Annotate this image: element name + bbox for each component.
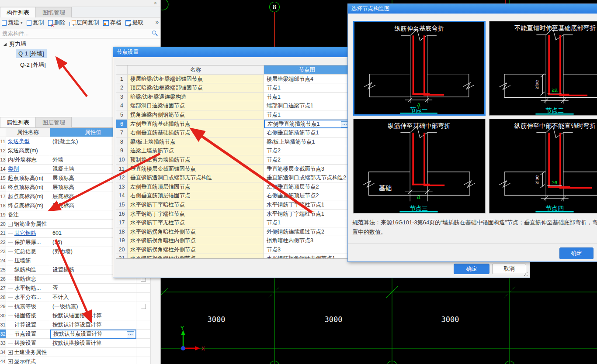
node-row[interactable]: 6 左侧垂直筋基础插筋节点 左侧垂直筋插筋节点1 ⋯ <box>116 120 351 129</box>
toolbar-overflow-icon[interactable]: » <box>156 19 158 25</box>
cancel-button[interactable]: 取消 <box>492 264 526 274</box>
tab-drawing-manage[interactable]: 图纸管理 <box>36 7 72 17</box>
node-value-cell[interactable]: 节点1 <box>264 93 351 102</box>
property-value-cell[interactable] <box>50 357 136 364</box>
property-value-cell[interactable]: 否 <box>50 284 136 293</box>
node-value-cell[interactable]: 节点1 <box>264 110 351 120</box>
floor-copy-button[interactable]: 层间复制 <box>69 19 99 27</box>
tab-component-list[interactable]: 构件列表 <box>0 7 36 17</box>
archive-button[interactable]: 存档 <box>103 19 121 27</box>
group-toggle-icon[interactable]: + <box>8 350 13 355</box>
node-value-cell[interactable]: 拐角暗柱内侧节点3 <box>264 236 351 245</box>
node-row[interactable]: 4 端部洞口连梁锚固节点 端部洞口连梁节点1 <box>116 101 351 110</box>
property-value-cell[interactable]: 按默认锚固搭接计算 <box>50 311 136 320</box>
node-option-4[interactable]: 纵筋伸至中部不能直锚时弯折 ≥lae ≥a 节点四 <box>489 119 597 213</box>
search-input[interactable]: 搜索构件... <box>0 29 160 38</box>
node-row[interactable]: 7 右侧垂直筋基础插筋节点 右侧垂直筋插筋节点1 <box>116 128 351 137</box>
search-icon[interactable] <box>152 31 156 34</box>
node-value-cell[interactable]: 右侧垂直筋顶层节点2 <box>264 191 351 200</box>
node-name[interactable]: 顶层暗梁/边框梁端部锚固节点 <box>128 83 264 93</box>
node-value-cell[interactable]: 节点2 <box>264 146 351 155</box>
tree-item-q2[interactable]: Q-2 [外墙] <box>17 61 49 69</box>
node-row[interactable]: 16 水平钢筋丁字端柱节点 水平钢筋丁字端柱节点1 <box>116 209 351 219</box>
node-name[interactable]: 暗梁/边框梁遇连梁构造 <box>128 93 264 102</box>
node-value-cell[interactable]: 端部洞口连梁节点1 <box>264 101 351 110</box>
node-name[interactable]: 连梁上墙插筋节点 <box>128 146 264 155</box>
node-name[interactable]: 水平钢筋拐角暗柱外侧节点 <box>128 227 264 237</box>
node-name[interactable]: 水平钢筋拐角端柱内侧节点 <box>128 254 264 259</box>
node-value-cell[interactable]: 左侧垂直筋顶层节点2 <box>264 182 351 192</box>
node-value-cell[interactable]: 水平钢筋丁字端柱节点1 <box>264 209 351 219</box>
ok-button[interactable]: 确定 <box>454 264 489 274</box>
node-name[interactable]: 垂直钢筋遇洞口或端部无节点构造 <box>128 173 264 182</box>
node-row[interactable]: 21 水平钢筋拐角端柱内侧节点 水平钢筋拐角端柱内侧节点1 <box>116 254 351 259</box>
group-toggle-icon[interactable]: + <box>8 359 13 364</box>
node-name[interactable]: 拐角连梁内侧钢筋节点 <box>128 110 264 120</box>
property-value-cell[interactable] <box>50 348 136 357</box>
node-row[interactable]: 12 垂直钢筋遇洞口或端部无节点构造 垂直筋遇洞口或端部无节点构造2 <box>116 173 351 182</box>
col-header-name[interactable]: 属性名称 <box>6 128 50 137</box>
close-icon[interactable]: × <box>154 0 157 6</box>
node-name[interactable]: 水平钢筋丁字无柱节点 <box>128 218 264 227</box>
node-name[interactable]: 预制墙上剪力墙插筋节点 <box>128 155 264 165</box>
node-name[interactable]: 楼层暗梁/边框梁端部锚固节点 <box>128 75 264 84</box>
property-value-cell[interactable]: 按默认节点设置计算 ⋯ <box>50 330 136 339</box>
property-value-cell[interactable]: 不计入 <box>50 293 136 302</box>
node-row[interactable]: 15 水平钢筋丁字暗柱节点 水平钢筋丁字暗柱节点1 <box>116 200 351 209</box>
tab-layer-manage[interactable]: 图层管理 <box>36 117 72 127</box>
delete-button[interactable]: 删除 <box>48 19 66 27</box>
node-name[interactable]: 梁/板上墙插筋节点 <box>128 137 264 147</box>
tree-node-shearwall[interactable]: 剪力墙 <box>3 40 26 48</box>
node-value-cell[interactable]: 楼层暗梁端部节点4 <box>264 75 351 84</box>
ok-button[interactable]: 确定 <box>559 247 594 259</box>
node-value-cell[interactable]: 左侧垂直筋插筋节点1 ⋯ <box>264 120 351 129</box>
node-name[interactable]: 水平钢筋拐角暗柱内侧节点 <box>128 236 264 245</box>
tree-expand-icon[interactable] <box>3 43 7 46</box>
node-value-cell[interactable]: 节点3 <box>264 245 351 254</box>
checkbox[interactable] <box>141 304 146 309</box>
node-value-cell[interactable]: 节点1 <box>264 218 351 227</box>
node-name[interactable]: 水平钢筋丁字端柱节点 <box>128 209 264 219</box>
col-header-nodegraph[interactable]: 节点图 <box>264 65 351 75</box>
node-row[interactable]: 20 水平钢筋拐角端柱外侧节点 节点3 <box>116 245 351 254</box>
node-row[interactable]: 9 连梁上墙插筋节点 节点2 <box>116 146 351 155</box>
col-header-name[interactable]: 名称 <box>128 65 264 75</box>
node-name[interactable]: 水平钢筋丁字暗柱节点 <box>128 200 264 209</box>
tab-property-list[interactable]: 属性列表 <box>0 117 36 127</box>
node-row[interactable]: 19 水平钢筋拐角暗柱内侧节点 拐角暗柱内侧节点3 <box>116 236 351 245</box>
node-value-cell[interactable]: 梁/板上墙插筋节点1 <box>264 137 351 147</box>
copy-button[interactable]: 复制 <box>27 19 44 27</box>
property-value-cell[interactable]: (一级抗震) <box>50 302 136 311</box>
node-row[interactable]: 3 暗梁/边框梁遇连梁构造 节点1 <box>116 93 351 102</box>
node-value-cell[interactable]: 节点2 <box>264 155 351 165</box>
tree-item-q1[interactable]: Q-1 [外墙] <box>16 49 47 58</box>
node-row[interactable]: 11 垂直筋楼层变截面锚固节点 垂直筋楼层变截面节点3 <box>116 165 351 174</box>
node-name[interactable]: 右侧垂直筋顶层锚固节点 <box>128 191 264 200</box>
node-value-cell[interactable]: 垂直筋遇洞口或端部无节点构造2 <box>264 173 351 182</box>
node-row[interactable]: 17 水平钢筋丁字无柱节点 节点1 <box>116 218 351 227</box>
property-value-cell[interactable]: 按默认搭接设置计算 <box>50 339 136 348</box>
node-row[interactable]: 8 梁/板上墙插筋节点 梁/板上墙插筋节点1 <box>116 137 351 147</box>
node-value-cell[interactable]: 右侧垂直筋插筋节点1 <box>264 128 351 137</box>
node-name[interactable]: 垂直筋楼层变截面锚固节点 <box>128 165 264 174</box>
ellipsis-button[interactable]: ⋯ <box>127 331 134 337</box>
extract-button[interactable]: 提取 <box>125 19 144 27</box>
chevron-down-icon[interactable]: ▾ <box>21 21 23 25</box>
node-row[interactable]: 2 顶层暗梁/边框梁端部锚固节点 节点1 <box>116 83 351 93</box>
node-value-cell[interactable]: 水平钢筋丁字暗柱节点1 <box>264 200 351 209</box>
node-row[interactable]: 1 楼层暗梁/边框梁端部锚固节点 楼层暗梁端部节点4 <box>116 75 351 84</box>
property-value-cell[interactable]: 按默认计算设置计算 <box>50 320 136 330</box>
node-option-2[interactable]: 不能直锚时伸至基础底部弯折 ≥lae ≥a 节点二 <box>489 21 597 116</box>
node-row[interactable]: 5 拐角连梁内侧钢筋节点 节点1 <box>116 110 351 120</box>
new-button[interactable]: 新建▾ <box>2 19 23 27</box>
node-row[interactable]: 18 水平钢筋拐角暗柱外侧节点 外侧钢筋连续通过节点2 <box>116 227 351 237</box>
node-row[interactable]: 14 右侧垂直筋顶层锚固节点 右侧垂直筋顶层节点2 <box>116 191 351 200</box>
node-value-cell[interactable]: 垂直筋楼层变截面节点3 <box>264 165 351 174</box>
group-toggle-icon[interactable]: − <box>8 222 13 227</box>
resize-grip[interactable] <box>524 272 528 276</box>
node-value-cell[interactable]: 水平钢筋拐角端柱内侧节点1 <box>264 254 351 259</box>
node-option-3[interactable]: 纵筋伸至基础中部弯折 基础 a 节点三 <box>353 119 486 213</box>
node-name[interactable]: 水平钢筋拐角端柱外侧节点 <box>128 245 264 254</box>
node-name[interactable]: 左侧垂直筋顶层锚固节点 <box>128 182 264 192</box>
node-option-1[interactable]: 纵筋伸至基底弯折 a 节点一 <box>353 21 486 116</box>
